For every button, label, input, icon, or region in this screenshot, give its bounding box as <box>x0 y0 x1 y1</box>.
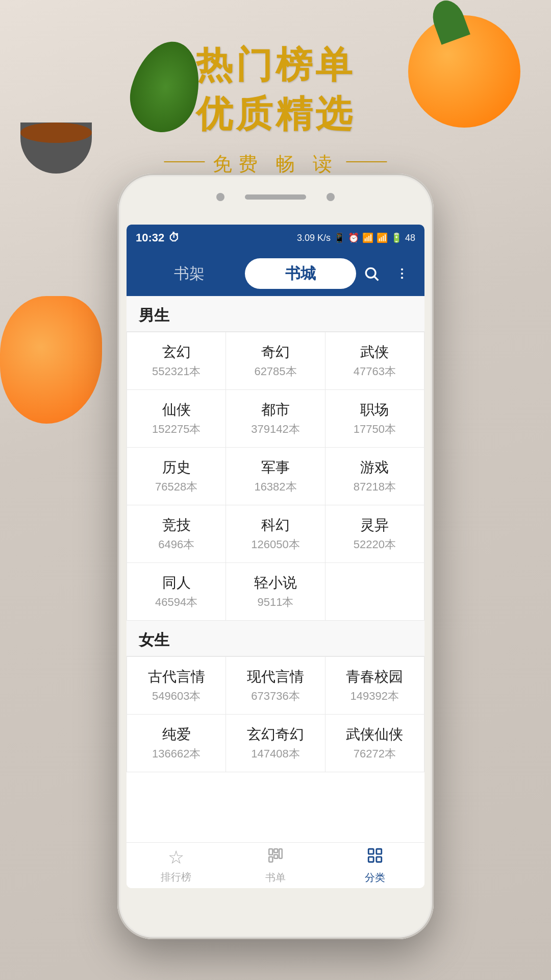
booklist-icon <box>267 847 284 869</box>
battery-level: 48 <box>405 233 415 243</box>
category-qihuan[interactable]: 奇幻 62785本 <box>226 332 325 390</box>
battery-icon: 🔋 <box>391 232 402 243</box>
banner-line2: 优质精选 <box>164 90 387 139</box>
content-area[interactable]: 男生 玄幻 552321本 奇幻 62785本 武侠 47763本 <box>127 296 424 842</box>
phone-screen: 10:32 ⏱ 3.09 K/s 📱 ⏰ 📶 📶 🔋 48 书架 <box>127 225 424 888</box>
svg-point-2 <box>401 268 403 271</box>
svg-rect-7 <box>274 854 278 858</box>
male-grid: 玄幻 552321本 奇幻 62785本 武侠 47763本 仙侠 152275… <box>127 332 424 621</box>
svg-point-4 <box>401 277 403 279</box>
category-wuxiaxianxia[interactable]: 武侠仙侠 76272本 <box>325 715 424 772</box>
category-wuxia[interactable]: 武侠 47763本 <box>325 332 424 390</box>
svg-rect-6 <box>274 849 278 852</box>
category-xiandai[interactable]: 现代言情 673736本 <box>226 657 325 715</box>
category-chunai[interactable]: 纯爱 136662本 <box>127 715 226 772</box>
category-xuanhuanqihuan[interactable]: 玄幻奇幻 147408本 <box>226 715 325 772</box>
category-qingxiaoshuo[interactable]: 轻小说 9511本 <box>226 563 325 621</box>
svg-rect-13 <box>377 856 382 862</box>
phone-shell: 10:32 ⏱ 3.09 K/s 📱 ⏰ 📶 📶 🔋 48 书架 <box>117 174 434 939</box>
speaker-bar <box>245 194 306 200</box>
svg-point-0 <box>366 268 375 278</box>
ranking-icon: ☆ <box>168 847 184 868</box>
banner-line1: 热门榜单 <box>164 41 387 90</box>
section-female: 女生 <box>127 621 424 656</box>
ranking-label: 排行榜 <box>161 870 191 884</box>
banner-divider: 免费 畅 读 <box>164 146 387 177</box>
category-kehuan[interactable]: 科幻 126050本 <box>226 505 325 563</box>
divider-left <box>164 161 205 162</box>
svg-rect-12 <box>368 856 373 862</box>
bottom-nav-booklist[interactable]: 书单 <box>226 847 325 885</box>
category-gudai[interactable]: 古代言情 549603本 <box>127 657 226 715</box>
svg-point-3 <box>401 273 403 275</box>
category-qingchun[interactable]: 青春校园 149392本 <box>325 657 424 715</box>
camera-dot-left <box>216 193 224 201</box>
category-zhichang[interactable]: 职场 17750本 <box>325 390 424 448</box>
status-time: 10:32 <box>136 231 164 244</box>
alarm-icon: ⏰ <box>348 232 359 243</box>
classify-label: 分类 <box>365 871 385 885</box>
nav-header: 书架 书城 <box>127 251 424 296</box>
bottom-nav: ☆ 排行榜 书单 <box>127 842 424 888</box>
banner: 热门榜单 优质精选 免费 畅 读 <box>164 41 387 177</box>
wifi-icon: 📶 <box>362 232 373 243</box>
classify-icon <box>366 847 384 869</box>
status-left: 10:32 ⏱ <box>136 231 180 244</box>
category-dushi[interactable]: 都市 379142本 <box>226 390 325 448</box>
phone-icon: 📱 <box>334 232 345 243</box>
category-lishi[interactable]: 历史 76528本 <box>127 448 226 505</box>
category-xuanhuan[interactable]: 玄幻 552321本 <box>127 332 226 390</box>
category-empty <box>325 563 424 621</box>
orange-decoration <box>408 15 520 128</box>
tab-bookstore[interactable]: 书城 <box>245 258 356 289</box>
status-bar: 10:32 ⏱ 3.09 K/s 📱 ⏰ 📶 📶 🔋 48 <box>127 225 424 251</box>
category-jingji[interactable]: 竞技 6496本 <box>127 505 226 563</box>
svg-rect-11 <box>377 849 382 854</box>
search-button[interactable] <box>356 258 387 289</box>
network-speed: 3.09 K/s <box>297 233 331 243</box>
phone-top-bar <box>117 193 434 201</box>
category-lingyi[interactable]: 灵异 52220本 <box>325 505 424 563</box>
clock-icon: ⏱ <box>168 231 180 244</box>
category-xianxia[interactable]: 仙侠 152275本 <box>127 390 226 448</box>
svg-line-1 <box>374 277 378 280</box>
more-button[interactable] <box>387 258 417 289</box>
divider-right <box>346 161 387 162</box>
tab-bookshelf[interactable]: 书架 <box>134 258 245 289</box>
svg-rect-10 <box>368 849 373 854</box>
category-junshi[interactable]: 军事 16382本 <box>226 448 325 505</box>
bottom-nav-classify[interactable]: 分类 <box>325 847 424 885</box>
status-right: 3.09 K/s 📱 ⏰ 📶 📶 🔋 48 <box>297 232 415 243</box>
bottom-nav-ranking[interactable]: ☆ 排行榜 <box>127 847 226 884</box>
section-male: 男生 <box>127 296 424 332</box>
camera-dot-right <box>327 193 335 201</box>
category-tongren[interactable]: 同人 46594本 <box>127 563 226 621</box>
female-grid: 古代言情 549603本 现代言情 673736本 青春校园 149392本 纯… <box>127 656 424 772</box>
category-youxi[interactable]: 游戏 87218本 <box>325 448 424 505</box>
booklist-label: 书单 <box>265 871 286 885</box>
svg-rect-5 <box>269 849 272 854</box>
signal-icon: 📶 <box>377 232 388 243</box>
svg-rect-8 <box>279 849 282 858</box>
svg-rect-9 <box>269 856 272 862</box>
